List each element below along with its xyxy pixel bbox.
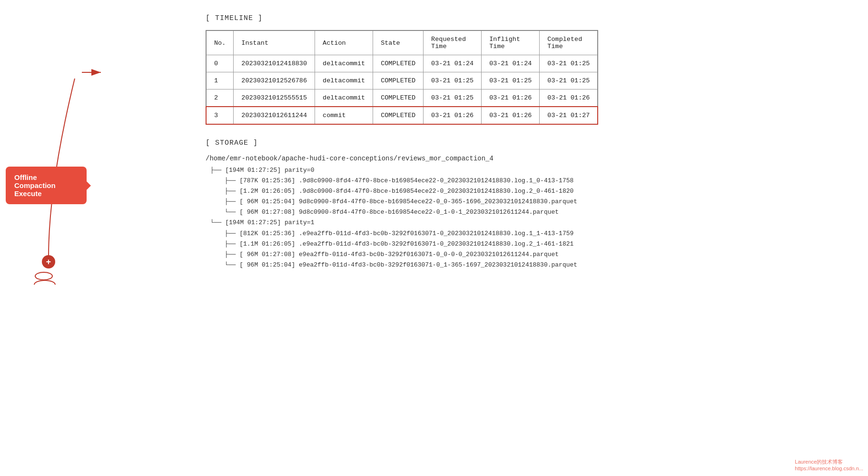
table-cell: 2 xyxy=(206,89,234,107)
col-instant: Instant xyxy=(234,30,315,55)
table-header-row: No. Instant Action State RequestedTime I… xyxy=(206,30,598,55)
table-cell: 1 xyxy=(206,72,234,89)
table-cell: 20230321012555515 xyxy=(234,89,315,107)
table-cell: 03-21 01:24 xyxy=(482,55,540,72)
callout-box: Offline Compaction Execute xyxy=(6,167,87,204)
table-cell: 20230321012611244 xyxy=(234,107,315,124)
storage-tree-item: ├── [194M 01:27:25] parity=0 xyxy=(210,165,767,176)
table-cell: COMPLETED xyxy=(373,89,424,107)
svg-point-3 xyxy=(35,272,52,280)
table-cell: deltacommit xyxy=(315,89,373,107)
table-row: 020230321012418830deltacommitCOMPLETED03… xyxy=(206,55,598,72)
storage-tree-item: └── [ 96M 01:27:08] 9d8c0900-8fd4-47f0-8… xyxy=(210,207,767,218)
col-action: Action xyxy=(315,30,373,55)
table-wrapper: No. Instant Action State RequestedTime I… xyxy=(206,30,767,125)
table-cell: 0 xyxy=(206,55,234,72)
table-cell: 03-21 01:27 xyxy=(540,107,598,124)
table-cell: 03-21 01:26 xyxy=(482,107,540,124)
table-cell: COMPLETED xyxy=(373,55,424,72)
storage-tree-item: ├── [812K 01:25:36] .e9ea2ffb-011d-4fd3-… xyxy=(210,228,767,239)
timeline-label: [ TIMELINE ] xyxy=(206,14,767,22)
storage-label: [ STORAGE ] xyxy=(206,139,767,147)
table-cell: 03-21 01:25 xyxy=(540,72,598,89)
table-cell: 3 xyxy=(206,107,234,124)
table-cell: COMPLETED xyxy=(373,107,424,124)
table-cell: 03-21 01:25 xyxy=(424,89,482,107)
svg-point-4 xyxy=(34,280,55,285)
table-cell: 03-21 01:25 xyxy=(482,72,540,89)
storage-section: [ STORAGE ] /home/emr-notebook/apache-hu… xyxy=(206,139,767,270)
storage-tree-item: └── [ 96M 01:25:04] e9ea2ffb-011d-4fd3-b… xyxy=(210,260,767,270)
table-cell: 20230321012526786 xyxy=(234,72,315,89)
table-cell: deltacommit xyxy=(315,55,373,72)
annotation-arrows: + xyxy=(1,43,106,285)
svg-text:+: + xyxy=(46,258,51,267)
svg-point-1 xyxy=(42,255,55,268)
storage-tree-item: ├── [787K 01:25:36] .9d8c0900-8fd4-47f0-… xyxy=(210,176,767,186)
table-cell: 03-21 01:26 xyxy=(424,107,482,124)
table-cell: COMPLETED xyxy=(373,72,424,89)
col-inflight-time: InflightTime xyxy=(482,30,540,55)
col-no: No. xyxy=(206,30,234,55)
table-row: 220230321012555515deltacommitCOMPLETED03… xyxy=(206,89,598,107)
table-cell: 03-21 01:26 xyxy=(540,89,598,107)
table-cell: 03-21 01:25 xyxy=(540,55,598,72)
col-requested-time: RequestedTime xyxy=(424,30,482,55)
table-row: 120230321012526786deltacommitCOMPLETED03… xyxy=(206,72,598,89)
callout-label: Offline Compaction Execute xyxy=(14,173,56,198)
storage-tree-item: ├── [1.2M 01:26:05] .9d8c0900-8fd4-47f0-… xyxy=(210,186,767,197)
col-state: State xyxy=(373,30,424,55)
storage-tree: ├── [194M 01:27:25] parity=0├── [787K 01… xyxy=(210,165,767,270)
col-completed-time: CompletedTime xyxy=(540,30,598,55)
table-cell: deltacommit xyxy=(315,72,373,89)
storage-tree-item: ├── [1.1M 01:26:05] .e9ea2ffb-011d-4fd3-… xyxy=(210,239,767,249)
table-cell: commit xyxy=(315,107,373,124)
table-row: 320230321012611244commitCOMPLETED03-21 0… xyxy=(206,107,598,124)
storage-path: /home/emr-notebook/apache-hudi-core-conc… xyxy=(206,155,767,162)
table-cell: 03-21 01:25 xyxy=(424,72,482,89)
storage-tree-item: └── [194M 01:27:25] parity=1 xyxy=(210,218,767,228)
table-cell: 03-21 01:24 xyxy=(424,55,482,72)
table-cell: 20230321012418830 xyxy=(234,55,315,72)
timeline-table: No. Instant Action State RequestedTime I… xyxy=(206,30,598,125)
storage-tree-item: ├── [ 96M 01:27:08] e9ea2ffb-011d-4fd3-b… xyxy=(210,249,767,260)
table-cell: 03-21 01:26 xyxy=(482,89,540,107)
storage-tree-item: ├── [ 96M 01:25:04] 9d8c0900-8fd4-47f0-8… xyxy=(210,197,767,207)
